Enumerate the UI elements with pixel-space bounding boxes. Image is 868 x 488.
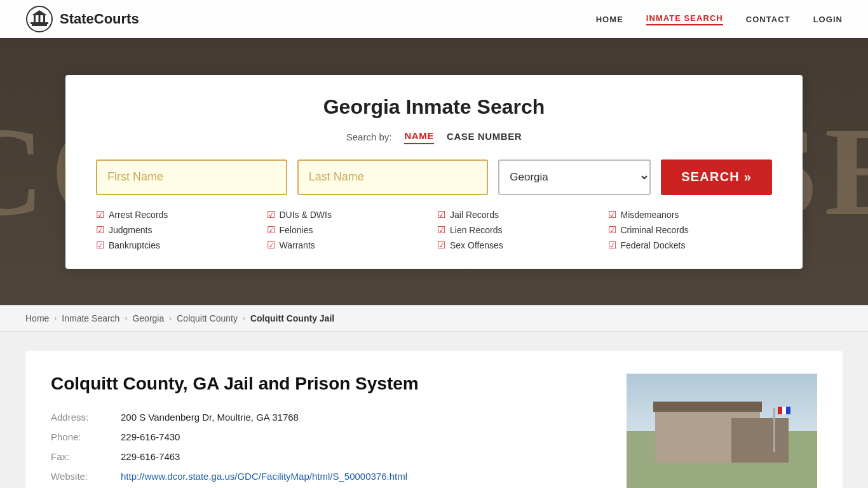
checkbox-label-1: DUIs & DWIs	[280, 210, 332, 220]
facility-image	[627, 374, 817, 488]
checkbox-icon-4: ☑	[96, 224, 104, 236]
svg-rect-4	[39, 15, 41, 22]
card-title: Georgia Inmate Search	[96, 95, 772, 119]
building-secondary	[731, 418, 789, 463]
check-item-9: ☑Warrants	[267, 240, 431, 251]
website-label: Website:	[51, 471, 121, 482]
state-select[interactable]: Georgia Alabama Florida Tennessee	[498, 159, 651, 195]
facility-card: Colquitt County, GA Jail and Prison Syst…	[25, 351, 843, 488]
fax-value: 229-616-7463	[121, 451, 180, 462]
check-item-4: ☑Judgments	[96, 224, 261, 236]
breadcrumb-colquitt-county[interactable]: Colquitt County	[177, 313, 238, 323]
checkboxes-grid: ☑Arrest Records☑DUIs & DWIs☑Jail Records…	[96, 209, 772, 251]
check-item-11: ☑Federal Dockets	[608, 240, 773, 251]
breadcrumb-sep-1: ›	[54, 314, 57, 323]
nav-links: HOME INMATE SEARCH CONTACT LOGIN	[596, 13, 843, 25]
checkbox-icon-6: ☑	[437, 224, 445, 236]
nav-contact[interactable]: CONTACT	[746, 15, 790, 24]
checkbox-icon-10: ☑	[437, 240, 445, 251]
breadcrumb-sep-2: ›	[125, 314, 127, 323]
checkbox-label-7: Criminal Records	[621, 225, 689, 235]
svg-rect-3	[34, 15, 36, 22]
facility-title: Colquitt County, GA Jail and Prison Syst…	[51, 374, 601, 394]
checkbox-icon-0: ☑	[96, 209, 104, 220]
svg-marker-6	[32, 10, 47, 15]
main-content: Colquitt County, GA Jail and Prison Syst…	[0, 332, 868, 488]
checkbox-icon-11: ☑	[608, 240, 616, 251]
check-item-6: ☑Lien Records	[437, 224, 602, 236]
breadcrumb-inmate-search[interactable]: Inmate Search	[62, 313, 119, 323]
facility-photo	[627, 374, 817, 488]
breadcrumb-colquitt-jail: Colquitt County Jail	[250, 313, 334, 323]
check-item-8: ☑Bankruptcies	[96, 240, 261, 251]
last-name-input[interactable]	[297, 159, 489, 195]
nav-inmate-search[interactable]: INMATE SEARCH	[646, 13, 723, 25]
checkbox-label-3: Misdemeanors	[621, 210, 679, 220]
check-item-5: ☑Felonies	[267, 224, 431, 236]
svg-rect-5	[43, 15, 45, 22]
nav-login[interactable]: LOGIN	[813, 15, 843, 24]
address-label: Address:	[51, 412, 121, 423]
tab-case-number[interactable]: CASE NUMBER	[447, 131, 522, 144]
search-by-label: Search by:	[346, 132, 392, 142]
search-inputs-row: Georgia Alabama Florida Tennessee SEARCH…	[96, 159, 772, 195]
checkbox-label-2: Jail Records	[450, 210, 499, 220]
hero: COURTHOUSE Georgia Inmate Search Search …	[0, 38, 868, 305]
info-row-website: Website: http://www.dcor.state.ga.us/GDC…	[51, 471, 601, 482]
check-item-7: ☑Criminal Records	[608, 224, 773, 236]
checkbox-label-8: Bankruptcies	[109, 240, 160, 250]
info-row-phone: Phone: 229-616-7430	[51, 431, 601, 442]
info-row-address: Address: 200 S Vandenberg Dr, Moultrie, …	[51, 412, 601, 423]
checkbox-label-4: Judgments	[109, 225, 152, 235]
logo-icon	[25, 5, 53, 33]
flag-pole	[773, 408, 775, 452]
checkbox-label-10: Sex Offenses	[450, 240, 503, 250]
checkbox-icon-3: ☑	[608, 209, 616, 220]
svg-rect-2	[31, 22, 48, 24]
check-item-1: ☑DUIs & DWIs	[267, 209, 431, 220]
logo-text: StateCourts	[60, 11, 139, 27]
breadcrumb-home[interactable]: Home	[25, 313, 49, 323]
checkbox-icon-5: ☑	[267, 224, 275, 236]
checkbox-label-5: Felonies	[280, 225, 313, 235]
check-item-0: ☑Arrest Records	[96, 209, 261, 220]
search-card-wrapper: Georgia Inmate Search Search by: NAME CA…	[0, 38, 868, 305]
search-button[interactable]: SEARCH »	[661, 159, 772, 195]
website-link[interactable]: http://www.dcor.state.ga.us/GDC/Facility…	[121, 471, 407, 482]
fax-label: Fax:	[51, 451, 121, 462]
navbar: StateCourts HOME INMATE SEARCH CONTACT L…	[0, 0, 868, 38]
checkbox-label-11: Federal Dockets	[621, 240, 686, 250]
checkbox-icon-1: ☑	[267, 209, 275, 220]
checkbox-label-0: Arrest Records	[109, 210, 168, 220]
phone-value: 229-616-7430	[121, 431, 180, 442]
building-roof	[653, 402, 762, 412]
checkbox-icon-9: ☑	[267, 240, 275, 251]
nav-home[interactable]: HOME	[596, 15, 623, 24]
breadcrumb: Home › Inmate Search › Georgia › Colquit…	[0, 305, 868, 332]
info-row-fax: Fax: 229-616-7463	[51, 451, 601, 462]
check-item-2: ☑Jail Records	[437, 209, 602, 220]
checkbox-label-9: Warrants	[280, 240, 315, 250]
flag	[778, 407, 790, 414]
check-item-10: ☑Sex Offenses	[437, 240, 602, 251]
facility-info: Colquitt County, GA Jail and Prison Syst…	[51, 374, 601, 488]
breadcrumb-sep-4: ›	[243, 314, 245, 323]
logo-area[interactable]: StateCourts	[25, 5, 139, 33]
checkbox-icon-8: ☑	[96, 240, 104, 251]
checkbox-label-6: Lien Records	[450, 225, 503, 235]
check-item-3: ☑Misdemeanors	[608, 209, 773, 220]
search-card: Georgia Inmate Search Search by: NAME CA…	[65, 75, 803, 269]
breadcrumb-sep-3: ›	[169, 314, 172, 323]
checkbox-icon-2: ☑	[437, 209, 445, 220]
address-value: 200 S Vandenberg Dr, Moultrie, GA 31768	[121, 412, 299, 423]
breadcrumb-georgia[interactable]: Georgia	[132, 313, 164, 323]
search-by-row: Search by: NAME CASE NUMBER	[96, 130, 772, 144]
checkbox-icon-7: ☑	[608, 224, 616, 236]
tab-name[interactable]: NAME	[404, 130, 434, 144]
svg-rect-1	[32, 24, 47, 26]
phone-label: Phone:	[51, 431, 121, 442]
first-name-input[interactable]	[96, 159, 287, 195]
